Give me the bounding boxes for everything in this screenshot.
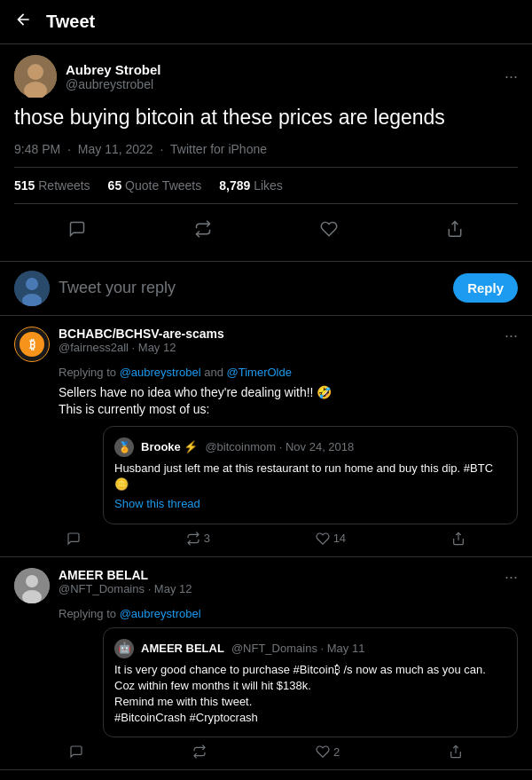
page-title: Tweet bbox=[46, 12, 95, 32]
likes-count: 8,789 bbox=[219, 178, 250, 193]
comment-retweet-btn[interactable]: 3 bbox=[186, 532, 210, 546]
comment-handle-date: @fairness2all · May 12 bbox=[59, 341, 224, 354]
reply-button[interactable]: Reply bbox=[453, 273, 518, 303]
reply-placeholder[interactable]: Tweet your reply bbox=[59, 279, 444, 297]
quoted-text: Husband just left me at this restaurant … bbox=[114, 461, 506, 492]
comment-more-button[interactable]: ··· bbox=[505, 327, 518, 345]
comment-name: BCHABC/BCHSV-are-scams bbox=[59, 327, 224, 341]
back-button[interactable] bbox=[14, 11, 32, 33]
comment-name: AMEER BELAL bbox=[59, 568, 192, 582]
quoted-handle-date: @bitcoinmom · Nov 24, 2018 bbox=[205, 439, 354, 455]
user-avatar bbox=[14, 271, 50, 306]
comment-item: ₿ BCHABC/BCHSV-are-scams @fairness2all ·… bbox=[0, 316, 532, 557]
quoted-name: AMEER BELAL bbox=[141, 641, 224, 657]
retweet-action[interactable] bbox=[187, 213, 219, 245]
avatar bbox=[14, 55, 57, 98]
comment-author-info: ₿ BCHABC/BCHSV-are-scams @fairness2all ·… bbox=[14, 327, 224, 362]
likes-label: Likes bbox=[254, 178, 283, 193]
like-count: 2 bbox=[333, 745, 340, 759]
more-button[interactable]: ··· bbox=[505, 67, 518, 86]
replying-to: Replying to @aubreystrobel and @TimerOld… bbox=[14, 366, 518, 379]
quoted-header: 🤖 AMEER BELAL @NFT_Domains · May 11 bbox=[114, 639, 506, 658]
comment-reply-btn[interactable] bbox=[66, 532, 81, 546]
author-name: Aubrey Strobel bbox=[66, 62, 161, 77]
tweet-author-info: Aubrey Strobel @aubreystrobel bbox=[14, 55, 161, 98]
comment-handle-date: @NFT_Domains · May 12 bbox=[59, 582, 192, 595]
quoted-name: Brooke ⚡ bbox=[141, 439, 198, 455]
quoted-tweet: 🤖 AMEER BELAL @NFT_Domains · May 11 It i… bbox=[103, 627, 518, 738]
comment-header: AMEER BELAL @NFT_Domains · May 12 ··· bbox=[14, 568, 518, 603]
like-count: 14 bbox=[333, 532, 346, 545]
comment-body: Sellers have no idea who they're dealing… bbox=[14, 384, 518, 524]
comment-body: 🤖 AMEER BELAL @NFT_Domains · May 11 It i… bbox=[14, 627, 518, 738]
tweet-author-row: Aubrey Strobel @aubreystrobel ··· bbox=[14, 55, 518, 98]
comment-retweet-btn[interactable] bbox=[192, 745, 207, 759]
show-thread-link[interactable]: Show this thread bbox=[114, 496, 506, 512]
retweets-stat: 515 Retweets bbox=[14, 178, 90, 193]
author-details: Aubrey Strobel @aubreystrobel bbox=[66, 62, 161, 91]
reply-link-2[interactable]: @TimerOlde bbox=[227, 366, 292, 379]
comment-item: AMEER BELAL @NFT_Domains · May 12 ··· Re… bbox=[0, 557, 532, 771]
retweets-label: Retweets bbox=[38, 178, 90, 193]
comment-meta: AMEER BELAL @NFT_Domains · May 12 bbox=[59, 568, 192, 595]
quoted-header: 🏅 Brooke ⚡ @bitcoinmom · Nov 24, 2018 bbox=[114, 437, 506, 457]
comment-like-btn[interactable]: 14 bbox=[316, 532, 346, 546]
comment-meta: BCHABC/BCHSV-are-scams @fairness2all · M… bbox=[59, 327, 224, 354]
tweet-text: those buying bitcoin at these prices are… bbox=[14, 105, 518, 131]
tweet-meta: 9:48 PM · May 11, 2022 · Twitter for iPh… bbox=[14, 142, 518, 156]
quoted-tweet: 🏅 Brooke ⚡ @bitcoinmom · Nov 24, 2018 Hu… bbox=[103, 426, 518, 524]
tweet-time: 9:48 PM bbox=[14, 142, 60, 156]
like-action[interactable] bbox=[313, 213, 345, 245]
quote-tweets-count: 65 bbox=[108, 178, 122, 193]
reply-action[interactable] bbox=[61, 213, 93, 245]
svg-point-5 bbox=[26, 278, 38, 290]
comment-share-btn[interactable] bbox=[449, 745, 463, 759]
comment-avatar bbox=[14, 568, 50, 603]
comment-like-btn[interactable]: 2 bbox=[316, 745, 340, 759]
retweets-count: 515 bbox=[14, 178, 35, 193]
quote-tweets-stat: 65 Quote Tweets bbox=[108, 178, 202, 193]
share-action[interactable] bbox=[439, 213, 471, 245]
quoted-avatar: 🤖 bbox=[114, 639, 134, 658]
tweet-source: Twitter for iPhone bbox=[170, 142, 267, 156]
comment-more-button[interactable]: ··· bbox=[505, 568, 518, 587]
comment-author-info: AMEER BELAL @NFT_Domains · May 12 bbox=[14, 568, 192, 603]
comment-avatar: ₿ bbox=[14, 327, 50, 362]
retweet-count: 3 bbox=[204, 532, 210, 545]
reply-link[interactable]: @aubreystrobel bbox=[120, 607, 201, 620]
tweet-date: May 11, 2022 bbox=[78, 142, 153, 156]
svg-text:₿: ₿ bbox=[29, 337, 35, 351]
main-tweet: Aubrey Strobel @aubreystrobel ··· those … bbox=[0, 44, 532, 262]
comment-share-btn[interactable] bbox=[451, 532, 466, 546]
replying-to: Replying to @aubreystrobel bbox=[14, 607, 518, 620]
quoted-avatar: 🏅 bbox=[114, 437, 134, 457]
comment-reply-btn[interactable] bbox=[69, 745, 83, 759]
comment-actions: 3 14 bbox=[14, 524, 518, 546]
reply-compose: Tweet your reply Reply bbox=[0, 262, 532, 316]
page-header: Tweet bbox=[0, 0, 532, 44]
tweet-actions bbox=[14, 208, 518, 250]
quote-tweets-label: Quote Tweets bbox=[125, 178, 201, 193]
comment-header: ₿ BCHABC/BCHSV-are-scams @fairness2all ·… bbox=[14, 327, 518, 362]
quoted-handle-date: @NFT_Domains · May 11 bbox=[231, 641, 365, 657]
author-handle: @aubreystrobel bbox=[66, 77, 161, 91]
svg-point-1 bbox=[27, 64, 43, 80]
svg-point-11 bbox=[26, 575, 38, 587]
likes-stat: 8,789 Likes bbox=[219, 178, 283, 193]
reply-link[interactable]: @aubreystrobel bbox=[120, 366, 201, 379]
stats-row: 515 Retweets 65 Quote Tweets 8,789 Likes bbox=[14, 167, 518, 204]
comment-actions: 2 bbox=[14, 737, 518, 759]
quoted-text: It is very good chance to purchase #Bitc… bbox=[114, 662, 506, 727]
